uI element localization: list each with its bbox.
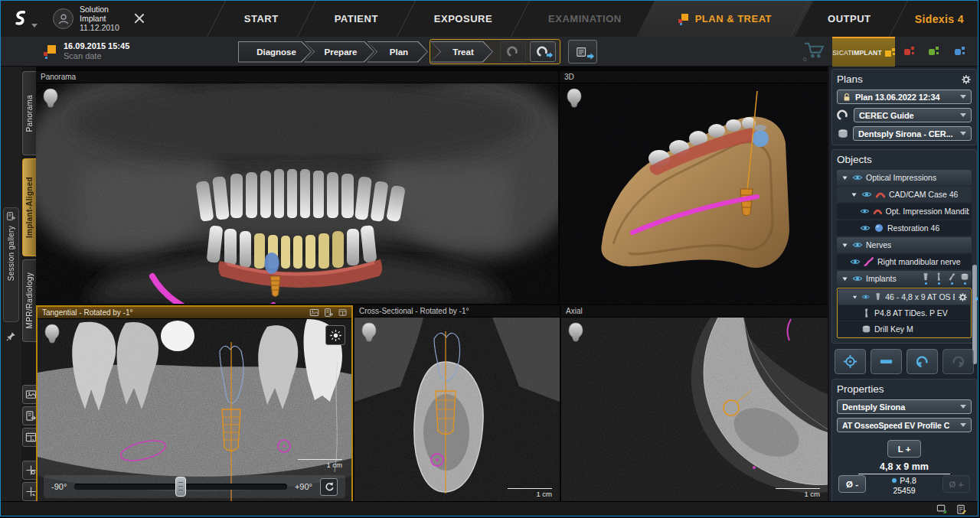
axial-view-header: Axial bbox=[561, 305, 828, 318]
tab-patient[interactable]: PATIENT bbox=[309, 1, 404, 37]
expander-icon[interactable] bbox=[841, 174, 849, 182]
scale-bar: 1 cm bbox=[508, 488, 552, 499]
visibility-eye-icon[interactable] bbox=[861, 189, 872, 200]
tab-examination: EXAMINATION bbox=[522, 1, 648, 37]
sleeve-select[interactable]: Dentsply Sirona - CER... bbox=[853, 126, 972, 141]
objects-section: Objects Optical Impressions CAD/CAM Case… bbox=[831, 149, 977, 344]
axial-ct-image[interactable] bbox=[561, 318, 828, 504]
panel-collapse-handle[interactable]: ◄ bbox=[973, 295, 978, 302]
step-plan[interactable]: Plan bbox=[367, 41, 428, 63]
patient-avatar bbox=[53, 8, 74, 29]
visibility-eye-icon[interactable] bbox=[852, 273, 863, 284]
order-guide-button bbox=[500, 41, 526, 62]
visibility-eye-icon[interactable] bbox=[850, 256, 861, 267]
orientation-head-icon[interactable] bbox=[361, 322, 377, 342]
plugin-red-button[interactable] bbox=[904, 45, 916, 57]
tab-output[interactable]: OUTPUT bbox=[802, 1, 897, 37]
plan-select[interactable]: Plan 13.06.2022 12:34 bbox=[837, 90, 972, 104]
tab-start[interactable]: START bbox=[218, 1, 305, 37]
maximize-view-icon[interactable] bbox=[338, 308, 347, 317]
close-patient-icon[interactable] bbox=[133, 12, 145, 24]
plugin-green-button[interactable] bbox=[929, 45, 941, 57]
selected-implant-group: 46 - 4,8 x 9 AT OS EV... P4.8 AT TiDes. … bbox=[837, 288, 972, 338]
export-image-icon[interactable] bbox=[309, 308, 319, 318]
expander-icon[interactable] bbox=[850, 191, 858, 199]
tree-item-implant-46[interactable]: 46 - 4,8 x 9 AT OS EV... bbox=[838, 289, 970, 305]
add-abutment-button[interactable] bbox=[934, 272, 943, 285]
brightness-contrast-button[interactable] bbox=[325, 325, 345, 345]
visibility-eye-icon[interactable] bbox=[852, 239, 863, 250]
report-edit-icon[interactable] bbox=[956, 503, 967, 515]
add-sleeve-button[interactable] bbox=[960, 272, 969, 285]
align-object-button[interactable] bbox=[871, 349, 902, 374]
tangential-view[interactable]: Tangential - Rotated by -1° bbox=[36, 305, 353, 504]
implant-settings-gear-icon[interactable] bbox=[958, 292, 968, 302]
expander-icon[interactable] bbox=[841, 275, 849, 283]
tree-item-opt-impression-mandible[interactable]: Opt. Impression Mandible bbox=[837, 204, 972, 219]
tree-item-drill-key[interactable]: Drill Key M bbox=[838, 321, 970, 337]
undo-button[interactable] bbox=[906, 349, 938, 374]
panorama-view[interactable]: Panorama bbox=[36, 71, 558, 304]
rotation-slider[interactable] bbox=[74, 484, 287, 490]
3d-view[interactable]: 3D bbox=[560, 71, 828, 304]
sidexis-logo[interactable] bbox=[5, 3, 36, 34]
visibility-eye-icon[interactable] bbox=[861, 292, 871, 302]
expander-icon[interactable] bbox=[851, 293, 858, 301]
workspace-tab-mpr-radiology[interactable]: MPR/Radiology bbox=[22, 259, 36, 342]
shopping-cart-button[interactable]: 0 bbox=[803, 41, 834, 63]
orientation-head-icon[interactable] bbox=[567, 322, 584, 342]
tree-item-optical-impressions[interactable]: Optical Impressions bbox=[837, 170, 972, 185]
abutment-icon bbox=[861, 308, 871, 318]
expander-icon[interactable] bbox=[841, 241, 849, 249]
step-diagnose[interactable]: Diagnose bbox=[238, 41, 312, 63]
tree-item-implants[interactable]: Implants bbox=[837, 271, 972, 286]
tree-item-cadcam-case[interactable]: CAD/CAM Case 46 bbox=[837, 187, 972, 202]
tree-item-right-mandibular-nerve[interactable]: Right mandibular nerve bbox=[837, 254, 972, 269]
implant-line-select[interactable]: AT OsseoSpeed EV Profile C bbox=[837, 418, 972, 432]
tree-item-restoration[interactable]: Restoration 46 bbox=[837, 220, 972, 236]
treat-step-group: Treat bbox=[430, 39, 560, 64]
3d-render-image[interactable] bbox=[560, 83, 828, 304]
focus-object-button[interactable] bbox=[835, 349, 866, 374]
tab-exposure[interactable]: EXPOSURE bbox=[408, 1, 518, 37]
pin-icon[interactable] bbox=[5, 330, 18, 343]
add-implant-button[interactable] bbox=[921, 272, 930, 285]
reset-rotation-button[interactable] bbox=[320, 478, 338, 496]
orientation-head-icon[interactable] bbox=[566, 88, 583, 108]
exam-icon bbox=[43, 44, 57, 59]
session-gallery-tab[interactable]: Session gallery bbox=[3, 207, 19, 322]
tab-plan-and-treat[interactable]: PLAN & TREAT bbox=[652, 1, 798, 37]
sicat-implant-plugin-tab[interactable]: SICATIMPLANT bbox=[832, 37, 895, 67]
axial-view[interactable]: Axial bbox=[561, 305, 828, 504]
export-view-icon[interactable] bbox=[324, 308, 334, 318]
plans-settings-gear-icon[interactable] bbox=[961, 74, 972, 85]
step-prepare[interactable]: Prepare bbox=[304, 41, 374, 63]
export-guide-button[interactable] bbox=[530, 41, 556, 62]
step-treat[interactable]: Treat bbox=[430, 41, 493, 63]
share-window-icon[interactable] bbox=[936, 503, 948, 515]
orientation-head-icon[interactable] bbox=[44, 324, 60, 344]
export-report-button[interactable] bbox=[568, 40, 597, 64]
plugin-blue-button[interactable] bbox=[955, 45, 967, 57]
visibility-eye-icon[interactable] bbox=[860, 223, 871, 233]
workspace-tab-panorama[interactable]: Panorama bbox=[22, 71, 36, 155]
logo-menu-chevron-icon[interactable] bbox=[31, 24, 38, 28]
rotation-slider-handle[interactable] bbox=[175, 477, 186, 497]
drill-key-icon bbox=[861, 324, 871, 334]
panorama-xray-image[interactable] bbox=[36, 83, 558, 304]
cross-sectional-view[interactable]: Cross-Sectional - Rotated by -1° bbox=[354, 305, 560, 504]
workspace-tab-implant-aligned[interactable]: Implant-Aligned bbox=[22, 158, 36, 256]
plan-treat-icon bbox=[678, 13, 690, 25]
add-drill-button[interactable] bbox=[947, 272, 956, 285]
visibility-eye-icon[interactable] bbox=[860, 206, 870, 217]
tree-item-nerves[interactable]: Nerves bbox=[837, 237, 972, 252]
manufacturer-select[interactable]: Dentsply Sirona bbox=[837, 399, 972, 414]
guide-select[interactable]: CEREC Guide bbox=[854, 108, 972, 122]
3d-view-header: 3D bbox=[560, 71, 828, 83]
tree-item-abutment[interactable]: P4.8 AT TiDes. P EV bbox=[838, 305, 970, 321]
orientation-head-icon[interactable] bbox=[42, 88, 59, 108]
length-plus-button[interactable]: L + bbox=[887, 440, 921, 458]
cross-sectional-ct-image[interactable] bbox=[354, 318, 560, 504]
implant-dimension-readout: 4,8 x 9 mm P4.8 25459 bbox=[858, 461, 950, 495]
visibility-eye-icon[interactable] bbox=[852, 172, 863, 183]
